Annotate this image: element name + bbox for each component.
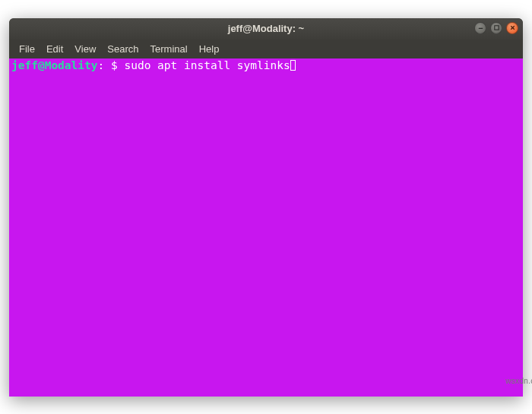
minimize-icon — [477, 24, 484, 31]
menu-terminal[interactable]: Terminal — [145, 41, 193, 57]
minimize-button[interactable] — [474, 22, 486, 34]
titlebar[interactable]: jeff@Modality: ~ — [9, 18, 523, 40]
prompt-dollar: $ — [111, 59, 124, 71]
close-icon — [509, 24, 516, 31]
window-controls — [474, 22, 518, 34]
window-title: jeff@Modality: ~ — [9, 23, 523, 34]
menu-file[interactable]: File — [14, 41, 40, 57]
prompt-user-host: jeff@Modality — [11, 59, 98, 71]
menu-search[interactable]: Search — [102, 41, 144, 57]
menu-edit[interactable]: Edit — [41, 41, 68, 57]
prompt-separator: : — [98, 59, 111, 71]
menubar: File Edit View Search Terminal Help — [9, 40, 523, 58]
menu-view[interactable]: View — [69, 41, 101, 57]
terminal-line: jeff@Modality: $ sudo apt install symlin… — [11, 59, 521, 72]
maximize-icon — [493, 24, 500, 31]
menu-help[interactable]: Help — [194, 41, 225, 57]
terminal-area[interactable]: jeff@Modality: $ sudo apt install symlin… — [9, 58, 523, 397]
cursor — [290, 60, 296, 71]
command-text: sudo apt install symlinks — [124, 59, 290, 71]
maximize-button[interactable] — [490, 22, 502, 34]
svg-rect-1 — [494, 26, 498, 30]
terminal-window: jeff@Modality: ~ File Edit View Search T… — [9, 18, 523, 397]
close-button[interactable] — [506, 22, 518, 34]
watermark: wsxdn.com — [505, 377, 532, 385]
